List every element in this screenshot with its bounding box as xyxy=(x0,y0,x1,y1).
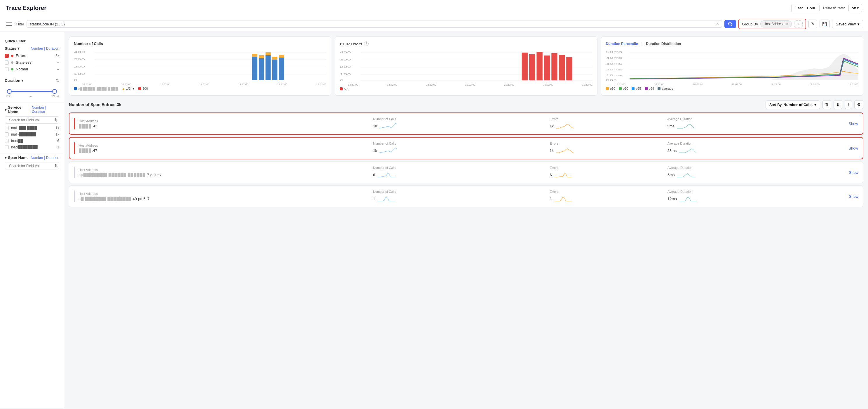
row-host-col-2: Host Address op████████ ██████ ██████ 7-… xyxy=(79,168,373,177)
service-filter-icon-button[interactable]: ⇅ xyxy=(55,118,58,122)
status-toggle[interactable]: Status ▾ xyxy=(5,46,20,51)
download-button[interactable]: ⬇ xyxy=(834,100,842,109)
errors-chart-title: HTTP Errors ? xyxy=(340,41,592,46)
service-name-toggle[interactable]: ▾ Service Name xyxy=(5,105,32,114)
data-row-1[interactable]: Host Address ████.47 Number of Calls 1k xyxy=(69,137,863,159)
quick-filter-title: Quick Filter xyxy=(0,36,64,45)
filter-clear-button[interactable]: × xyxy=(716,22,719,26)
data-row-3[interactable]: Host Address o█ ███████ ████████ 49-pm5s… xyxy=(69,185,863,207)
span-filter-icon-button[interactable]: ⇅ xyxy=(55,164,58,168)
front-checkbox[interactable] xyxy=(5,139,9,143)
errors-checkbox[interactable]: ✓ xyxy=(5,54,9,58)
duration-section-label: Duration xyxy=(5,78,20,83)
filter-value: statusCode IN (2 , 3) xyxy=(30,22,714,26)
show-button-3[interactable]: Show xyxy=(844,194,858,199)
legend-dot-average xyxy=(657,87,660,90)
calls-sparkline-1 xyxy=(379,146,397,154)
row-duration-col-1: Average Duration 23ms xyxy=(668,142,844,154)
svg-rect-41 xyxy=(537,52,542,80)
service-number-duration[interactable]: Number | Duration xyxy=(32,106,59,114)
duration-distribution-tab[interactable]: Duration Distribution xyxy=(646,42,681,46)
share-button[interactable]: ⤴ xyxy=(845,100,852,109)
group-by-add-button[interactable]: + xyxy=(794,21,803,27)
save-icon-button[interactable]: 💾 xyxy=(819,20,830,28)
duration-toggle[interactable]: Duration ▾ xyxy=(5,78,23,83)
duration-chart-card: Duration Percentile | Duration Distribut… xyxy=(601,36,863,95)
legend-dot-p90 xyxy=(619,87,622,90)
normal-checkbox[interactable] xyxy=(5,67,9,71)
mall1-checkbox[interactable] xyxy=(5,126,9,130)
row-indicator-0 xyxy=(74,118,75,129)
errors-help-icon[interactable]: ? xyxy=(364,41,369,46)
row-errors-col-2: Errors 6 xyxy=(550,166,668,179)
span-number-duration[interactable]: Number | Duration xyxy=(31,156,59,160)
slider-thumb-left[interactable] xyxy=(7,89,12,94)
menu-icon-button[interactable] xyxy=(5,21,13,27)
number-duration-toggle[interactable]: Number | Duration xyxy=(31,47,59,51)
legend-item-nav[interactable]: ▲ 1/3 ▼ xyxy=(122,87,135,90)
normal-dot xyxy=(11,68,13,70)
mall2-checkbox[interactable] xyxy=(5,132,9,137)
load-count: 1 xyxy=(57,145,59,149)
sort-direction-button[interactable]: ⇅ xyxy=(823,100,831,109)
service-row-mall2[interactable]: mall-███████ 1k xyxy=(0,131,64,138)
svg-text:20ms: 20ms xyxy=(606,68,622,71)
svg-rect-27 xyxy=(272,57,278,60)
stateless-label: Stateless xyxy=(16,60,55,64)
stateless-checkbox[interactable] xyxy=(5,60,9,64)
host-address-tag[interactable]: Host Address × xyxy=(760,21,792,27)
svg-rect-42 xyxy=(544,56,550,80)
save-icon: 💾 xyxy=(822,22,827,26)
status-row-normal[interactable]: Normal – xyxy=(0,66,64,72)
slider-labels: 0ns – 29.5s xyxy=(5,94,59,98)
show-button-2[interactable]: Show xyxy=(844,170,858,175)
errors-sparkline-0 xyxy=(556,122,574,130)
errors-chart-body: 400 300 200 100 0 xyxy=(340,50,592,85)
saved-view-label: Saved View xyxy=(836,22,856,26)
gear-icon: ⚙ xyxy=(857,102,861,107)
calls-chart-title: Number of Calls xyxy=(74,41,326,46)
show-button-1[interactable]: Show xyxy=(844,146,858,150)
legend-dot-p95 xyxy=(631,87,634,90)
host-address-remove-button[interactable]: × xyxy=(786,22,788,26)
slider-thumb-right[interactable] xyxy=(52,89,57,94)
refresh-icon-button[interactable]: ↻ xyxy=(808,20,817,28)
errors-chart-card: HTTP Errors ? 400 300 200 100 0 xyxy=(335,36,597,95)
svg-rect-39 xyxy=(522,53,528,80)
service-row-load[interactable]: load████████ 1 xyxy=(0,144,64,150)
app-header: Trace Explorer Last 1 Hour Refresh rate:… xyxy=(0,0,868,17)
settings-button[interactable]: ⚙ xyxy=(854,100,863,109)
saved-view-button[interactable]: Saved View ▾ xyxy=(832,20,863,28)
duration-value-2: 5ms xyxy=(668,173,675,177)
duration-filter-icon-button[interactable]: ⇅ xyxy=(56,78,59,83)
refresh-rate-selector[interactable]: off ▾ xyxy=(848,4,862,12)
duration-slider-track[interactable] xyxy=(7,91,57,92)
show-button-0[interactable]: Show xyxy=(844,121,858,126)
svg-text:300: 300 xyxy=(340,58,351,61)
data-row-2[interactable]: Host Address op████████ ██████ ██████ 7-… xyxy=(69,162,863,183)
time-selector-button[interactable]: Last 1 Hour xyxy=(791,4,819,12)
status-row-errors[interactable]: ✓ Errors 3k xyxy=(0,52,64,59)
chevron-down-icon: ▾ xyxy=(5,155,7,160)
service-row-front[interactable]: front██ 6 xyxy=(0,138,64,144)
legend-item-500: 500 xyxy=(138,87,148,90)
service-search-input[interactable] xyxy=(9,118,53,122)
sort-button[interactable]: Sort By Number of Calls ▾ xyxy=(766,100,820,109)
status-row-stateless[interactable]: Stateless – xyxy=(0,59,64,66)
stateless-dot xyxy=(11,61,13,64)
duration-percentile-tab[interactable]: Duration Percentile xyxy=(606,42,638,46)
errors-count: 3k xyxy=(56,54,59,58)
chevron-down-icon: ▾ xyxy=(814,103,816,107)
duration-sparkline-2 xyxy=(677,171,694,179)
svg-rect-25 xyxy=(259,55,264,58)
refresh-icon: ↻ xyxy=(811,22,814,26)
load-checkbox[interactable] xyxy=(5,145,9,149)
span-name-toggle[interactable]: ▾ Span Name xyxy=(5,155,29,160)
data-row-0[interactable]: Host Address ████.42 Number of Calls 1k xyxy=(69,113,863,135)
main-layout: Quick Filter Status ▾ Number | Duration … xyxy=(0,32,868,408)
svg-rect-26 xyxy=(266,52,271,55)
span-search-input[interactable] xyxy=(9,164,53,168)
service-row-mall1[interactable]: mall-███ ████ 1k xyxy=(0,125,64,131)
search-button[interactable] xyxy=(724,20,736,28)
duration-chart-legend: p50 p90 p95 p99 average xyxy=(606,87,858,90)
